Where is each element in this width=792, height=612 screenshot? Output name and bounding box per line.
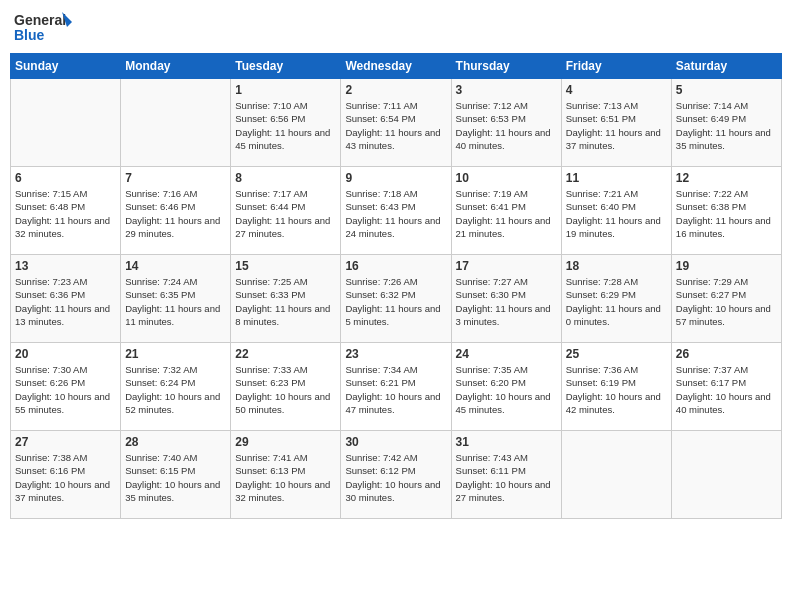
header-cell-saturday: Saturday: [671, 54, 781, 79]
calendar-cell: 20Sunrise: 7:30 AM Sunset: 6:26 PM Dayli…: [11, 343, 121, 431]
calendar-cell: 31Sunrise: 7:43 AM Sunset: 6:11 PM Dayli…: [451, 431, 561, 519]
day-info: Sunrise: 7:38 AM Sunset: 6:16 PM Dayligh…: [15, 451, 116, 504]
calendar-cell: 27Sunrise: 7:38 AM Sunset: 6:16 PM Dayli…: [11, 431, 121, 519]
day-info: Sunrise: 7:41 AM Sunset: 6:13 PM Dayligh…: [235, 451, 336, 504]
calendar-cell: 13Sunrise: 7:23 AM Sunset: 6:36 PM Dayli…: [11, 255, 121, 343]
calendar-cell: 3Sunrise: 7:12 AM Sunset: 6:53 PM Daylig…: [451, 79, 561, 167]
day-info: Sunrise: 7:21 AM Sunset: 6:40 PM Dayligh…: [566, 187, 667, 240]
day-number: 23: [345, 347, 446, 361]
day-number: 8: [235, 171, 336, 185]
calendar-cell: [11, 79, 121, 167]
calendar-cell: 9Sunrise: 7:18 AM Sunset: 6:43 PM Daylig…: [341, 167, 451, 255]
day-info: Sunrise: 7:26 AM Sunset: 6:32 PM Dayligh…: [345, 275, 446, 328]
day-info: Sunrise: 7:12 AM Sunset: 6:53 PM Dayligh…: [456, 99, 557, 152]
header-cell-sunday: Sunday: [11, 54, 121, 79]
header-row: SundayMondayTuesdayWednesdayThursdayFrid…: [11, 54, 782, 79]
day-info: Sunrise: 7:35 AM Sunset: 6:20 PM Dayligh…: [456, 363, 557, 416]
day-info: Sunrise: 7:22 AM Sunset: 6:38 PM Dayligh…: [676, 187, 777, 240]
calendar-cell: 14Sunrise: 7:24 AM Sunset: 6:35 PM Dayli…: [121, 255, 231, 343]
day-info: Sunrise: 7:16 AM Sunset: 6:46 PM Dayligh…: [125, 187, 226, 240]
calendar-cell: 17Sunrise: 7:27 AM Sunset: 6:30 PM Dayli…: [451, 255, 561, 343]
day-info: Sunrise: 7:18 AM Sunset: 6:43 PM Dayligh…: [345, 187, 446, 240]
calendar-cell: 12Sunrise: 7:22 AM Sunset: 6:38 PM Dayli…: [671, 167, 781, 255]
calendar-cell: [561, 431, 671, 519]
calendar-cell: 24Sunrise: 7:35 AM Sunset: 6:20 PM Dayli…: [451, 343, 561, 431]
day-number: 7: [125, 171, 226, 185]
day-info: Sunrise: 7:11 AM Sunset: 6:54 PM Dayligh…: [345, 99, 446, 152]
calendar-cell: 1Sunrise: 7:10 AM Sunset: 6:56 PM Daylig…: [231, 79, 341, 167]
day-number: 27: [15, 435, 116, 449]
calendar-cell: 11Sunrise: 7:21 AM Sunset: 6:40 PM Dayli…: [561, 167, 671, 255]
day-info: Sunrise: 7:32 AM Sunset: 6:24 PM Dayligh…: [125, 363, 226, 416]
calendar-cell: 6Sunrise: 7:15 AM Sunset: 6:48 PM Daylig…: [11, 167, 121, 255]
day-info: Sunrise: 7:17 AM Sunset: 6:44 PM Dayligh…: [235, 187, 336, 240]
day-info: Sunrise: 7:27 AM Sunset: 6:30 PM Dayligh…: [456, 275, 557, 328]
week-row-4: 27Sunrise: 7:38 AM Sunset: 6:16 PM Dayli…: [11, 431, 782, 519]
day-number: 13: [15, 259, 116, 273]
logo: GeneralBlue: [14, 10, 74, 45]
calendar-cell: 23Sunrise: 7:34 AM Sunset: 6:21 PM Dayli…: [341, 343, 451, 431]
calendar-cell: 8Sunrise: 7:17 AM Sunset: 6:44 PM Daylig…: [231, 167, 341, 255]
day-number: 16: [345, 259, 446, 273]
day-number: 3: [456, 83, 557, 97]
calendar-cell: 22Sunrise: 7:33 AM Sunset: 6:23 PM Dayli…: [231, 343, 341, 431]
day-number: 26: [676, 347, 777, 361]
day-number: 25: [566, 347, 667, 361]
calendar-cell: 18Sunrise: 7:28 AM Sunset: 6:29 PM Dayli…: [561, 255, 671, 343]
day-info: Sunrise: 7:29 AM Sunset: 6:27 PM Dayligh…: [676, 275, 777, 328]
svg-text:Blue: Blue: [14, 27, 45, 43]
calendar-cell: [671, 431, 781, 519]
day-number: 15: [235, 259, 336, 273]
header-cell-thursday: Thursday: [451, 54, 561, 79]
week-row-3: 20Sunrise: 7:30 AM Sunset: 6:26 PM Dayli…: [11, 343, 782, 431]
day-number: 6: [15, 171, 116, 185]
day-info: Sunrise: 7:36 AM Sunset: 6:19 PM Dayligh…: [566, 363, 667, 416]
day-number: 2: [345, 83, 446, 97]
day-number: 17: [456, 259, 557, 273]
day-info: Sunrise: 7:24 AM Sunset: 6:35 PM Dayligh…: [125, 275, 226, 328]
day-info: Sunrise: 7:19 AM Sunset: 6:41 PM Dayligh…: [456, 187, 557, 240]
header-cell-wednesday: Wednesday: [341, 54, 451, 79]
day-number: 19: [676, 259, 777, 273]
week-row-1: 6Sunrise: 7:15 AM Sunset: 6:48 PM Daylig…: [11, 167, 782, 255]
calendar-cell: 7Sunrise: 7:16 AM Sunset: 6:46 PM Daylig…: [121, 167, 231, 255]
day-info: Sunrise: 7:33 AM Sunset: 6:23 PM Dayligh…: [235, 363, 336, 416]
calendar-cell: 25Sunrise: 7:36 AM Sunset: 6:19 PM Dayli…: [561, 343, 671, 431]
calendar-table: SundayMondayTuesdayWednesdayThursdayFrid…: [10, 53, 782, 519]
day-number: 9: [345, 171, 446, 185]
day-info: Sunrise: 7:42 AM Sunset: 6:12 PM Dayligh…: [345, 451, 446, 504]
calendar-cell: 2Sunrise: 7:11 AM Sunset: 6:54 PM Daylig…: [341, 79, 451, 167]
day-number: 18: [566, 259, 667, 273]
header-cell-friday: Friday: [561, 54, 671, 79]
header-cell-tuesday: Tuesday: [231, 54, 341, 79]
day-number: 14: [125, 259, 226, 273]
week-row-0: 1Sunrise: 7:10 AM Sunset: 6:56 PM Daylig…: [11, 79, 782, 167]
day-info: Sunrise: 7:40 AM Sunset: 6:15 PM Dayligh…: [125, 451, 226, 504]
day-info: Sunrise: 7:10 AM Sunset: 6:56 PM Dayligh…: [235, 99, 336, 152]
day-number: 29: [235, 435, 336, 449]
day-info: Sunrise: 7:34 AM Sunset: 6:21 PM Dayligh…: [345, 363, 446, 416]
day-number: 22: [235, 347, 336, 361]
day-number: 12: [676, 171, 777, 185]
day-number: 11: [566, 171, 667, 185]
calendar-cell: 15Sunrise: 7:25 AM Sunset: 6:33 PM Dayli…: [231, 255, 341, 343]
week-row-2: 13Sunrise: 7:23 AM Sunset: 6:36 PM Dayli…: [11, 255, 782, 343]
calendar-cell: 10Sunrise: 7:19 AM Sunset: 6:41 PM Dayli…: [451, 167, 561, 255]
day-number: 10: [456, 171, 557, 185]
calendar-cell: 30Sunrise: 7:42 AM Sunset: 6:12 PM Dayli…: [341, 431, 451, 519]
calendar-cell: 19Sunrise: 7:29 AM Sunset: 6:27 PM Dayli…: [671, 255, 781, 343]
day-info: Sunrise: 7:23 AM Sunset: 6:36 PM Dayligh…: [15, 275, 116, 328]
day-info: Sunrise: 7:13 AM Sunset: 6:51 PM Dayligh…: [566, 99, 667, 152]
day-number: 31: [456, 435, 557, 449]
day-info: Sunrise: 7:28 AM Sunset: 6:29 PM Dayligh…: [566, 275, 667, 328]
day-number: 21: [125, 347, 226, 361]
calendar-cell: 16Sunrise: 7:26 AM Sunset: 6:32 PM Dayli…: [341, 255, 451, 343]
day-number: 20: [15, 347, 116, 361]
logo-icon: GeneralBlue: [14, 10, 74, 45]
day-info: Sunrise: 7:43 AM Sunset: 6:11 PM Dayligh…: [456, 451, 557, 504]
day-info: Sunrise: 7:30 AM Sunset: 6:26 PM Dayligh…: [15, 363, 116, 416]
calendar-cell: 29Sunrise: 7:41 AM Sunset: 6:13 PM Dayli…: [231, 431, 341, 519]
day-info: Sunrise: 7:37 AM Sunset: 6:17 PM Dayligh…: [676, 363, 777, 416]
day-number: 28: [125, 435, 226, 449]
calendar-cell: [121, 79, 231, 167]
